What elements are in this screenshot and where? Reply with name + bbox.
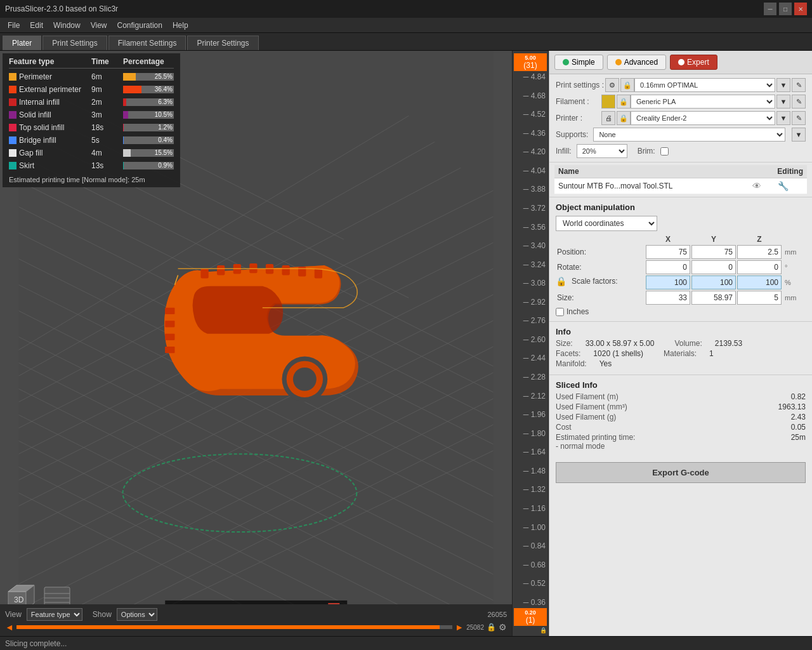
menu-window[interactable]: Window [48,20,86,31]
minimize-button[interactable]: ─ [764,3,776,15]
menu-configuration[interactable]: Configuration [112,20,167,31]
manip-z-header: Z [737,235,782,244]
object-list-row[interactable]: Suntour MTB Fo...moval Tool.STL 👁 🔧 [554,178,807,194]
advanced-mode-button[interactable]: Advanced [607,55,666,70]
position-y-input[interactable] [691,245,736,259]
size-z-input[interactable] [737,291,782,305]
stat-bar: 0.9% [123,162,174,169]
scale-x-input[interactable] [646,275,690,289]
scale-tick: ─ 4.68 [523,91,546,100]
est-print-time-val: 25m [791,433,806,451]
3d-viewport[interactable]: Feature type Time Percentage Perimeter 6… [0,51,512,636]
info-section: Info Size: 33.00 x 58.97 x 5.00 Volume: … [549,321,812,375]
size-x-input[interactable] [646,291,690,305]
infill-select[interactable]: 20% 10% 30% 50% [577,144,627,158]
stat-pct: 36.4% [155,86,173,93]
stat-bar-fill [123,73,136,81]
menu-file[interactable]: File [3,20,25,31]
scale-z-input[interactable] [737,275,782,289]
svg-text:3D: 3D [14,595,24,604]
slider-left-arrow[interactable]: ◄ [5,622,14,632]
supports-dropdown-icon[interactable]: ▼ [792,128,806,142]
tab-print-settings[interactable]: Print Settings [43,36,107,50]
rotate-x-input[interactable] [646,260,690,274]
scale-lock-icon[interactable]: 🔒 [540,627,547,633]
maximize-button[interactable]: □ [779,3,792,15]
slider-gear[interactable]: ⚙ [499,622,507,632]
expert-mode-button[interactable]: Expert [670,55,717,70]
object-manipulation-title: Object manipulation [556,202,806,212]
inches-checkbox[interactable] [556,308,564,316]
filament-edit-icon[interactable]: ✎ [792,95,806,109]
supports-label: Supports: [556,130,588,139]
position-z-input[interactable] [737,245,782,259]
scale-y-input[interactable] [691,275,736,289]
printer-lock-icon: 🔒 [617,111,631,125]
stat-pct: 6.3% [158,98,173,106]
position-x-input[interactable] [646,245,690,259]
manip-y-header: Y [691,235,736,244]
stat-color-swatch [9,73,16,81]
coordinate-system-select[interactable]: World coordinates Local coordinates [556,216,657,231]
scale-bar: 5.00(31) ─ 4.84 ─ 4.68 ─ 4.52 ─ 4.36 ─ 4… [512,51,549,636]
stat-time: 9m [91,85,123,94]
stat-bar: 25.5% [123,73,174,81]
stat-color-swatch [9,98,16,106]
object-edit-icon[interactable]: 🔧 [778,181,803,191]
layer-slider[interactable] [16,625,452,629]
stat-row: Internal infill 2m 6.3% [9,96,174,109]
menu-view[interactable]: View [86,20,112,31]
filament-color-icon[interactable] [601,95,615,109]
export-gcode-button[interactable]: Export G-code [556,462,806,483]
scale-tick: ─ 3.40 [523,241,546,250]
show-select[interactable]: Options All None [117,608,157,621]
print-settings-dropdown-icon[interactable]: ▼ [776,78,790,92]
menu-help[interactable]: Help [167,20,193,31]
size-y-input[interactable] [691,291,736,305]
print-settings-edit-icon[interactable]: ✎ [792,78,806,92]
tab-filament-settings[interactable]: Filament Settings [108,36,187,50]
infill-brim-row: Infill: 20% 10% 30% 50% Brim: [556,144,806,158]
view-type-select[interactable]: Feature type Line type Height Speed [27,608,82,621]
filament-select[interactable]: Generic PLA Generic PETG [631,95,775,109]
print-settings-gear-icon[interactable]: ⚙ [605,78,619,92]
scale-tick: ─ 0.52 [523,579,546,588]
view-label: View [5,610,22,619]
col-name-header: Name [558,167,740,176]
slider-lock: 🔒 [487,623,496,632]
close-button[interactable]: ✕ [794,3,807,15]
simple-mode-button[interactable]: Simple [554,55,603,70]
infill-label: Infill: [556,147,572,156]
svg-rect-40 [315,269,322,278]
used-filament-g-label: Used Filament (g) [556,413,616,421]
main-content: Feature type Time Percentage Perimeter 6… [0,51,812,636]
svg-rect-44 [165,308,174,314]
window-controls: ─ □ ✕ [764,3,807,15]
stats-header: Feature type Time Percentage [9,57,174,69]
scale-lock-symbol[interactable]: 🔒 [556,276,566,286]
slider-right-arrow[interactable]: ► [455,622,464,632]
printer-dropdown-icon[interactable]: ▼ [776,111,790,125]
supports-row: Supports: None Normal For supports only … [556,128,806,142]
tab-printer-settings[interactable]: Printer Settings [187,36,258,50]
rotate-z-input[interactable] [737,260,782,274]
object-eye-icon[interactable]: 👁 [752,181,778,191]
scale-tick: ─ 3.24 [523,260,546,269]
stats-rows: Perimeter 6m 25.5% External perimeter 9m… [9,70,174,172]
print-settings-select[interactable]: 0.16mm OPTIMAL 0.20mm QUALITY 0.30mm DRA… [634,78,775,92]
used-filament-mm3-label: Used Filament (mm³) [556,402,627,411]
menu-edit[interactable]: Edit [25,20,48,31]
filament-dropdown-icon[interactable]: ▼ [776,95,790,109]
tab-plater[interactable]: Plater [3,36,41,50]
info-facets-val: 1020 (1 shells) [593,349,643,358]
brim-checkbox[interactable] [660,147,669,156]
printer-select[interactable]: Creality Ender-2 Creality Ender-3 [631,111,775,125]
rotate-y-input[interactable] [691,260,736,274]
cost-label: Cost [556,423,572,432]
info-facets-row: Facets: 1020 (1 shells) Materials: 1 [556,349,806,358]
stat-time: 6m [91,72,123,81]
rotate-label: Rotate: [556,263,645,272]
info-size-label: Size: [556,339,573,348]
supports-select[interactable]: None Normal For supports only [593,128,785,142]
printer-edit-icon[interactable]: ✎ [792,111,806,125]
